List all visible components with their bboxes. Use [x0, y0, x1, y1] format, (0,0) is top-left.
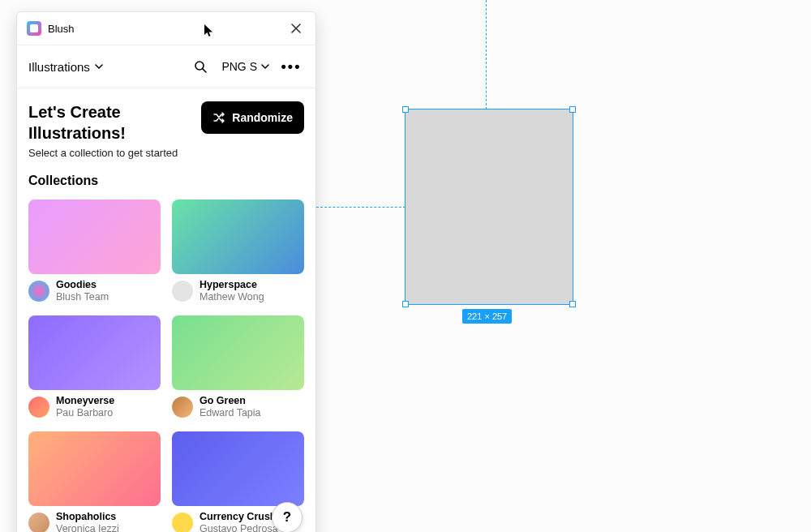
- collections-heading: Collections: [17, 167, 315, 195]
- author-avatar: [172, 281, 193, 302]
- collection-card[interactable]: Hyperspace Mathew Wong: [172, 200, 304, 304]
- chevron-down-icon: [260, 62, 270, 71]
- author-avatar: [28, 281, 49, 302]
- collection-author: Veronica Iezzi: [56, 523, 119, 532]
- collection-author: Edward Tapia: [200, 407, 261, 420]
- collection-thumbnail: [172, 431, 304, 506]
- alignment-guide-vertical: [486, 0, 487, 109]
- collection-title: Hyperspace: [200, 279, 264, 292]
- author-avatar: [172, 513, 193, 532]
- hero-title: Let's Create Illustrations!: [28, 101, 193, 144]
- resize-handle-bottom-left[interactable]: [402, 301, 409, 307]
- collection-thumbnail: [28, 315, 161, 390]
- chevron-down-icon: [94, 62, 104, 71]
- collection-author: Blush Team: [56, 291, 109, 304]
- panel-titlebar: Blush: [17, 12, 315, 45]
- collection-author: Mathew Wong: [200, 291, 264, 304]
- export-format-dropdown[interactable]: PNG S: [217, 60, 275, 73]
- collection-thumbnail: [28, 431, 161, 506]
- search-icon: [194, 60, 208, 74]
- randomize-button[interactable]: Randomize: [201, 101, 304, 134]
- panel-scroll-area[interactable]: Let's Create Illustrations! Select a col…: [17, 88, 315, 532]
- panel-toolbar: Illustrations PNG S •••: [17, 45, 315, 88]
- collection-title: Shopaholics: [56, 511, 119, 524]
- plugin-panel: Blush Illustrations PNG S ••• Let's Crea…: [16, 11, 316, 532]
- plugin-name: Blush: [48, 23, 286, 35]
- selected-rectangle[interactable]: [406, 109, 573, 304]
- collection-card[interactable]: Shopaholics Veronica Iezzi: [28, 431, 161, 532]
- author-avatar: [28, 513, 49, 532]
- collection-thumbnail: [172, 200, 304, 274]
- randomize-label: Randomize: [232, 111, 293, 124]
- category-dropdown[interactable]: Illustrations: [28, 60, 104, 74]
- collection-author: Gustavo Pedrosa: [200, 523, 278, 532]
- collection-title: Go Green: [200, 395, 261, 408]
- hero-section: Let's Create Illustrations! Select a col…: [17, 88, 315, 167]
- resize-handle-bottom-right[interactable]: [569, 301, 576, 307]
- help-button[interactable]: ?: [272, 502, 303, 532]
- collection-card[interactable]: Goodies Blush Team: [28, 200, 161, 304]
- plugin-logo-icon: [27, 21, 41, 36]
- export-format-label: PNG S: [221, 60, 257, 73]
- collection-title: Goodies: [56, 279, 109, 292]
- author-avatar: [28, 397, 49, 418]
- collection-author: Pau Barbaro: [56, 407, 114, 420]
- resize-handle-top-right[interactable]: [569, 106, 576, 113]
- help-icon: ?: [283, 509, 291, 526]
- search-button[interactable]: [187, 54, 213, 79]
- more-icon: •••: [281, 59, 302, 74]
- selection-size-badge: 221 × 257: [462, 309, 512, 324]
- author-avatar: [172, 397, 193, 418]
- collection-thumbnail: [172, 315, 304, 390]
- alignment-guide-horizontal: [316, 207, 406, 208]
- category-label: Illustrations: [28, 60, 90, 74]
- collection-thumbnail: [28, 200, 161, 274]
- collection-card[interactable]: Go Green Edward Tapia: [172, 315, 304, 420]
- hero-subtitle: Select a collection to get started: [28, 147, 193, 159]
- close-button[interactable]: [286, 19, 306, 38]
- resize-handle-top-left[interactable]: [402, 106, 409, 113]
- close-icon: [290, 23, 302, 34]
- collection-title: Currency Crush: [200, 511, 278, 524]
- collection-card[interactable]: Moneyverse Pau Barbaro: [28, 315, 161, 420]
- more-options-button[interactable]: •••: [278, 54, 304, 79]
- shuffle-icon: [212, 111, 225, 124]
- collections-grid: Goodies Blush Team Hyperspace Mathew Won…: [17, 195, 315, 532]
- collection-title: Moneyverse: [56, 395, 114, 408]
